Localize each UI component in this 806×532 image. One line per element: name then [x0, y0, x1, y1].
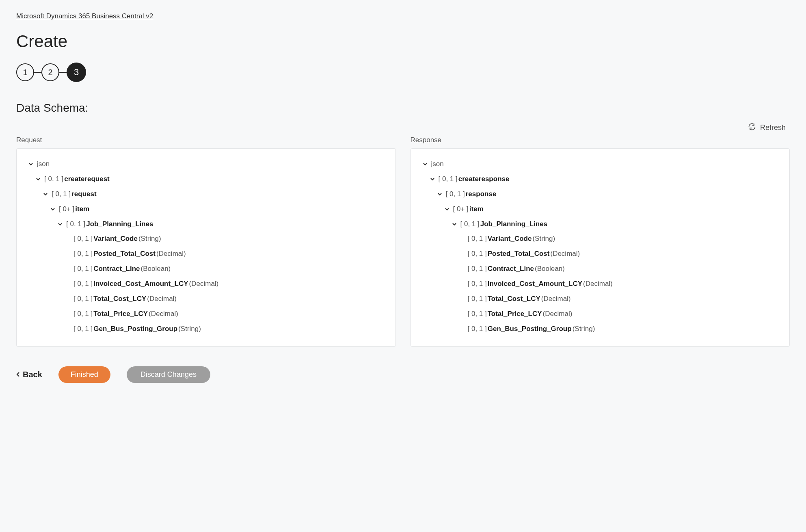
node-name: Contract_Line [93, 263, 140, 275]
back-button[interactable]: Back [16, 370, 42, 379]
tree-leaf[interactable]: [ 0, 1 ] Total_Cost_LCY (Decimal) [27, 292, 385, 307]
refresh-icon [748, 123, 756, 133]
node-type: (String) [532, 233, 555, 245]
step-2[interactable]: 2 [41, 63, 59, 81]
tree-node-root[interactable]: json [421, 157, 779, 172]
node-type: (Decimal) [189, 278, 219, 290]
node-name: response [466, 188, 497, 200]
step-connector [59, 72, 67, 73]
chevron-down-icon[interactable] [436, 192, 443, 197]
node-name: createrequest [64, 173, 110, 185]
back-label: Back [23, 370, 42, 379]
node-name: Variant_Code [93, 233, 138, 245]
tree-leaf[interactable]: [ 0, 1 ] Invoiced_Cost_Amount_LCY (Decim… [421, 277, 779, 292]
tree-node[interactable]: [ 0, 1 ] createrequest [27, 172, 385, 187]
node-name: item [469, 203, 484, 215]
tree-leaf[interactable]: [ 0, 1 ] Contract_Line (Boolean) [27, 262, 385, 277]
refresh-button[interactable]: Refresh [748, 123, 786, 133]
node-type: (String) [138, 233, 161, 245]
node-name: item [75, 203, 89, 215]
node-name: Total_Cost_LCY [93, 293, 146, 305]
step-3[interactable]: 3 [67, 63, 86, 82]
node-name: Job_Planning_Lines [480, 218, 547, 230]
cardinality: [ 0, 1 ] [468, 308, 487, 320]
cardinality: [ 0, 1 ] [468, 323, 487, 335]
cardinality: [ 0, 1 ] [439, 173, 458, 185]
tree-node[interactable]: [ 0+ ] item [27, 202, 385, 217]
page-title: Create [16, 32, 790, 51]
chevron-down-icon[interactable] [42, 192, 49, 197]
tree-leaf[interactable]: [ 0, 1 ] Variant_Code (String) [421, 231, 779, 247]
cardinality: [ 0, 1 ] [66, 218, 85, 230]
node-type: (Decimal) [147, 293, 177, 305]
node-name: Posted_Total_Cost [93, 248, 156, 260]
tree-node[interactable]: [ 0+ ] item [421, 202, 779, 217]
cardinality: [ 0, 1 ] [468, 263, 487, 275]
tree-leaf[interactable]: [ 0, 1 ] Invoiced_Cost_Amount_LCY (Decim… [27, 277, 385, 292]
step-connector [34, 72, 41, 73]
tree-leaf[interactable]: [ 0, 1 ] Posted_Total_Cost (Decimal) [421, 247, 779, 262]
node-name: Gen_Bus_Posting_Group [488, 323, 572, 335]
request-column: Request json [ 0, 1 ] createrequest [ 0,… [16, 136, 396, 347]
cardinality: [ 0+ ] [453, 203, 469, 215]
cardinality: [ 0, 1 ] [73, 308, 93, 320]
node-type: (String) [573, 323, 595, 335]
node-type: (Decimal) [541, 293, 571, 305]
tree-leaf[interactable]: [ 0, 1 ] Total_Price_LCY (Decimal) [27, 307, 385, 322]
node-name: Total_Price_LCY [488, 308, 542, 320]
tree-node[interactable]: [ 0, 1 ] response [421, 187, 779, 202]
chevron-down-icon[interactable] [56, 222, 64, 227]
tree-node[interactable]: [ 0, 1 ] Job_Planning_Lines [421, 217, 779, 232]
response-schema-box: json [ 0, 1 ] createresponse [ 0, 1 ] re… [411, 148, 790, 347]
cardinality: [ 0, 1 ] [460, 218, 480, 230]
finished-button[interactable]: Finished [58, 366, 110, 383]
section-label: Data Schema: [16, 102, 790, 115]
chevron-down-icon[interactable] [429, 177, 436, 182]
node-name: Invoiced_Cost_Amount_LCY [93, 278, 188, 290]
node-name: Gen_Bus_Posting_Group [93, 323, 177, 335]
chevron-down-icon[interactable] [35, 177, 42, 182]
breadcrumb-link[interactable]: Microsoft Dynamics 365 Business Central … [16, 12, 153, 20]
response-column: Response json [ 0, 1 ] createresponse [ … [411, 136, 790, 347]
cardinality: [ 0, 1 ] [73, 323, 93, 335]
node-name: Job_Planning_Lines [86, 218, 153, 230]
chevron-down-icon[interactable] [27, 162, 35, 167]
tree-leaf[interactable]: [ 0, 1 ] Contract_Line (Boolean) [421, 262, 779, 277]
cardinality: [ 0, 1 ] [73, 278, 93, 290]
chevron-down-icon[interactable] [49, 207, 56, 212]
node-type: (Boolean) [141, 263, 171, 275]
tree-node[interactable]: [ 0, 1 ] Job_Planning_Lines [27, 217, 385, 232]
cardinality: [ 0, 1 ] [468, 248, 487, 260]
node-type: (Boolean) [535, 263, 565, 275]
cardinality: [ 0, 1 ] [446, 188, 465, 200]
node-type: (String) [178, 323, 201, 335]
node-label: json [431, 158, 444, 170]
chevron-down-icon[interactable] [421, 162, 429, 167]
tree-leaf[interactable]: [ 0, 1 ] Gen_Bus_Posting_Group (String) [421, 322, 779, 337]
cardinality: [ 0+ ] [59, 203, 74, 215]
tree-leaf[interactable]: [ 0, 1 ] Posted_Total_Cost (Decimal) [27, 247, 385, 262]
tree-node[interactable]: [ 0, 1 ] request [27, 187, 385, 202]
node-name: Variant_Code [488, 233, 532, 245]
node-type: (Decimal) [583, 278, 613, 290]
tree-node[interactable]: [ 0, 1 ] createresponse [421, 172, 779, 187]
node-type: (Decimal) [550, 248, 580, 260]
node-name: Total_Price_LCY [93, 308, 148, 320]
cardinality: [ 0, 1 ] [73, 293, 93, 305]
node-type: (Decimal) [543, 308, 573, 320]
node-name: Contract_Line [488, 263, 534, 275]
tree-leaf[interactable]: [ 0, 1 ] Gen_Bus_Posting_Group (String) [27, 322, 385, 337]
discard-changes-button[interactable]: Discard Changes [127, 366, 210, 383]
chevron-down-icon[interactable] [443, 207, 451, 212]
stepper: 1 2 3 [16, 63, 790, 82]
tree-node-root[interactable]: json [27, 157, 385, 172]
cardinality: [ 0, 1 ] [73, 248, 93, 260]
node-name: Total_Cost_LCY [488, 293, 540, 305]
tree-leaf[interactable]: [ 0, 1 ] Total_Cost_LCY (Decimal) [421, 292, 779, 307]
tree-leaf[interactable]: [ 0, 1 ] Variant_Code (String) [27, 231, 385, 247]
node-name: createresponse [458, 173, 510, 185]
chevron-down-icon[interactable] [451, 222, 458, 227]
refresh-label: Refresh [760, 123, 786, 132]
tree-leaf[interactable]: [ 0, 1 ] Total_Price_LCY (Decimal) [421, 307, 779, 322]
step-1[interactable]: 1 [16, 63, 34, 81]
